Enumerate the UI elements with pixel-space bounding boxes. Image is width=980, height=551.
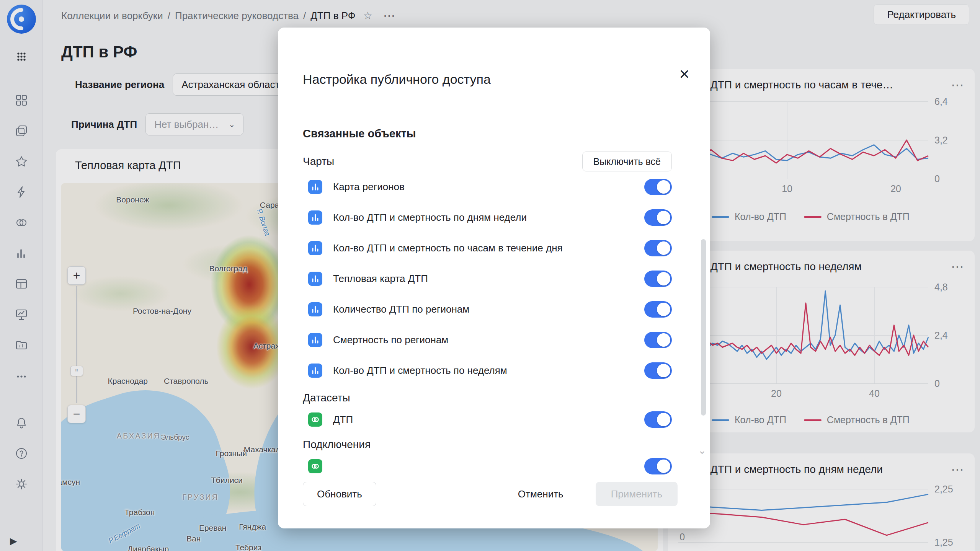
related-objects-heading: Связанные объекты [303, 127, 672, 140]
chart-toggle-row: Карта регионов [303, 171, 672, 202]
toggle-switch-on[interactable] [644, 458, 672, 474]
dialog-title: Настройка публичного доступа [303, 72, 491, 87]
toggle-switch-on[interactable] [644, 332, 672, 348]
toggle-switch-on[interactable] [644, 209, 672, 226]
chart-icon [308, 333, 322, 347]
chart-icon [308, 302, 322, 316]
scroll-chevron-down-icon: ⌄ [698, 445, 706, 456]
dataset-icon [308, 412, 322, 427]
chart-toggle-row: Смертность по регионам [303, 324, 672, 355]
chart-row-label: Количество ДТП по регионам [333, 303, 644, 315]
chart-icon [308, 241, 322, 255]
chart-toggle-row: Количество ДТП по регионам [303, 294, 672, 324]
chart-toggle-row: Кол-во ДТП и смертность по дням недели [303, 202, 672, 233]
update-button[interactable]: Обновить [303, 482, 376, 506]
toggle-switch-on[interactable] [644, 362, 672, 379]
public-access-dialog: Настройка публичного доступа × Связанные… [278, 28, 710, 528]
dataset-row-label: ДТП [333, 414, 644, 425]
chart-row-label: Кол-во ДТП и смертность по дням недели [333, 212, 644, 223]
chart-row-label: Кол-во ДТП и смертность по неделям [333, 365, 644, 377]
toggle-switch-on[interactable] [644, 271, 672, 287]
charts-section-label: Чарты [303, 155, 334, 168]
toggle-switch-on[interactable] [644, 179, 672, 195]
toggle-switch-on[interactable] [644, 301, 672, 318]
chart-row-label: Смертность по регионам [333, 334, 644, 346]
dialog-footer: Обновить Отменить Применить [303, 482, 678, 506]
chart-icon [308, 364, 322, 378]
dataset-toggle-row: ДТП [303, 404, 672, 435]
disable-all-button[interactable]: Выключить всё [582, 152, 672, 171]
chart-toggle-row: Кол-во ДТП и смертность по часам в течен… [303, 233, 672, 263]
toggle-switch-on[interactable] [644, 411, 672, 428]
cancel-button[interactable]: Отменить [507, 482, 574, 506]
connection-toggle-row-partial [303, 451, 672, 481]
chart-toggle-row: Тепловая карта ДТП [303, 263, 672, 294]
apply-button-disabled[interactable]: Применить [596, 482, 678, 506]
connection-icon [308, 459, 322, 473]
chart-toggle-row: Кол-во ДТП и смертность по неделям [303, 355, 672, 386]
connections-section-label: Подключения [303, 439, 672, 451]
dialog-scrollbar-thumb[interactable] [701, 239, 706, 416]
close-icon[interactable]: × [679, 65, 689, 83]
toggle-switch-on[interactable] [644, 240, 672, 256]
chart-row-label: Карта регионов [333, 181, 644, 193]
dialog-body: Связанные объекты Чарты Выключить всё Ка… [278, 108, 710, 485]
chart-row-label: Кол-во ДТП и смертность по часам в течен… [333, 242, 644, 254]
chart-icon [308, 210, 322, 225]
chart-row-label: Тепловая карта ДТП [333, 273, 644, 285]
chart-icon [308, 272, 322, 286]
datasets-section-label: Датасеты [303, 392, 672, 404]
chart-icon [308, 180, 322, 194]
